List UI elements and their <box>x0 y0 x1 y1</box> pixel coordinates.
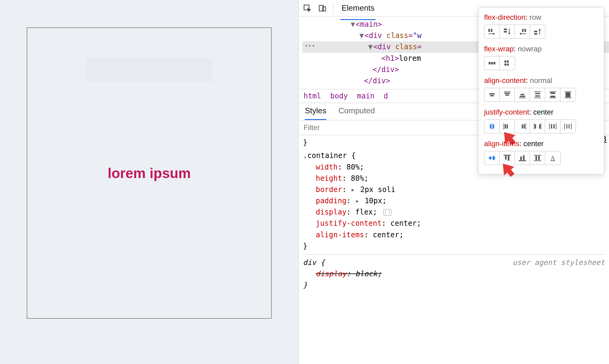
svg-rect-68 <box>535 156 537 160</box>
device-toolbar-icon[interactable] <box>318 4 327 12</box>
user-agent-label: user agent stylesheet <box>513 257 605 268</box>
align-items-end-button[interactable] <box>515 151 530 165</box>
svg-rect-19 <box>490 95 494 96</box>
decl-display[interactable]: display: flex; ⋮⋮ <box>303 207 605 218</box>
container-box: lorem ipsum <box>27 27 271 318</box>
justify-content-end-button[interactable] <box>515 120 530 133</box>
svg-rect-12 <box>491 62 493 64</box>
align-content-space-around-button[interactable] <box>530 88 545 101</box>
svg-rect-32 <box>550 96 555 97</box>
devtools-panel: Elements ▼<main> ▼<div class="w ▼<div cl… <box>298 0 609 364</box>
svg-rect-10 <box>534 33 537 35</box>
svg-rect-64 <box>520 156 522 160</box>
svg-rect-7 <box>522 29 524 32</box>
svg-rect-44 <box>524 124 525 129</box>
expand-triangle-icon[interactable]: ▸ <box>355 195 360 207</box>
justify-content-space-between-button[interactable] <box>530 120 545 133</box>
svg-rect-35 <box>566 92 570 97</box>
page-heading: lorem ipsum <box>108 165 191 181</box>
svg-rect-41 <box>505 124 506 129</box>
align-items-baseline-button[interactable]: A <box>545 151 560 165</box>
toolbar-divider <box>333 4 334 13</box>
decl-ua-display[interactable]: display: block; <box>303 268 605 280</box>
svg-rect-39 <box>493 124 494 129</box>
crumb-main[interactable]: main <box>357 92 375 100</box>
align-content-stretch-button[interactable] <box>560 88 576 101</box>
svg-rect-51 <box>551 124 552 129</box>
expand-triangle-icon[interactable]: ▸ <box>351 184 355 195</box>
svg-rect-21 <box>504 93 510 94</box>
justify-content-space-around-button[interactable] <box>545 120 560 133</box>
crumb-html[interactable]: html <box>304 92 321 100</box>
decl-height[interactable]: height: 80%; <box>303 173 605 184</box>
rule-user-agent: user agent stylesheet div { display: blo… <box>303 254 605 291</box>
flex-direction-row-button[interactable] <box>484 25 500 38</box>
align-content-center-button[interactable] <box>484 88 500 101</box>
svg-rect-23 <box>521 94 524 95</box>
container-close-brace: } <box>303 241 605 252</box>
align-content-start-button[interactable] <box>500 88 515 101</box>
align-items-center-button[interactable] <box>484 151 500 165</box>
justify-content-center-button[interactable] <box>484 120 500 133</box>
svg-rect-17 <box>507 64 509 66</box>
svg-rect-14 <box>504 60 506 63</box>
svg-rect-31 <box>550 92 555 94</box>
svg-rect-11 <box>489 62 490 64</box>
svg-rect-1 <box>319 5 323 11</box>
svg-rect-5 <box>504 29 507 30</box>
flex-direction-row-reverse-button[interactable] <box>515 25 530 38</box>
decl-padding[interactable]: padding: ▸ 10px; <box>303 195 605 207</box>
svg-rect-56 <box>569 124 569 129</box>
svg-rect-52 <box>553 124 555 129</box>
svg-rect-27 <box>535 93 540 94</box>
svg-rect-2 <box>322 7 326 11</box>
ua-close-brace: } <box>303 280 605 291</box>
svg-rect-69 <box>538 156 540 160</box>
crumb-body[interactable]: body <box>330 92 348 100</box>
svg-rect-65 <box>523 155 525 160</box>
align-items-stretch-button[interactable] <box>530 151 545 165</box>
svg-rect-24 <box>520 96 525 97</box>
tab-computed[interactable]: Computed <box>339 106 375 120</box>
svg-rect-8 <box>525 29 526 32</box>
svg-rect-48 <box>539 124 540 129</box>
rendered-page: lorem ipsum <box>0 0 298 364</box>
crumb-div[interactable]: d <box>384 92 388 100</box>
svg-rect-18 <box>489 93 495 94</box>
svg-rect-4 <box>491 29 492 32</box>
decl-border[interactable]: border: ▸ 2px soli <box>303 184 605 195</box>
tab-styles[interactable]: Styles <box>305 106 326 120</box>
inspect-element-icon[interactable] <box>303 4 311 12</box>
svg-rect-47 <box>535 124 536 129</box>
svg-rect-15 <box>507 60 509 63</box>
group-align-items: align-items: center A <box>484 139 598 165</box>
svg-rect-9 <box>534 31 537 32</box>
flexbox-editor-popover: flex-direction: row flex-wrap: nowrap al… <box>478 7 604 174</box>
tab-elements[interactable]: Elements <box>340 0 376 16</box>
justify-content-space-evenly-button[interactable] <box>560 120 576 133</box>
svg-rect-28 <box>535 95 540 97</box>
decl-align-items[interactable]: align-items: center; <box>303 229 605 241</box>
svg-rect-22 <box>505 94 509 96</box>
flex-wrap-nowrap-button[interactable] <box>484 57 500 70</box>
inspect-highlight <box>86 59 213 82</box>
svg-rect-62 <box>505 156 507 160</box>
flex-editor-icon[interactable]: ⋮⋮ <box>384 209 391 216</box>
flex-wrap-wrap-button[interactable] <box>500 57 515 70</box>
group-flex-wrap: flex-wrap: nowrap <box>484 45 598 70</box>
svg-rect-6 <box>504 31 507 33</box>
flex-direction-column-reverse-button[interactable] <box>530 25 545 38</box>
align-content-end-button[interactable] <box>515 88 530 101</box>
group-align-content: align-content: normal <box>484 76 598 102</box>
svg-rect-13 <box>494 62 495 64</box>
svg-rect-43 <box>522 124 523 129</box>
svg-rect-42 <box>507 124 508 129</box>
flex-direction-column-button[interactable] <box>500 25 515 38</box>
svg-rect-60 <box>493 156 494 160</box>
svg-rect-3 <box>488 29 490 32</box>
decl-justify-content[interactable]: justify-content: center; <box>303 218 605 229</box>
group-justify-content: justify-content: center <box>484 108 598 133</box>
svg-rect-55 <box>566 124 567 129</box>
svg-text:A: A <box>551 155 555 161</box>
align-content-space-between-button[interactable] <box>545 88 560 101</box>
